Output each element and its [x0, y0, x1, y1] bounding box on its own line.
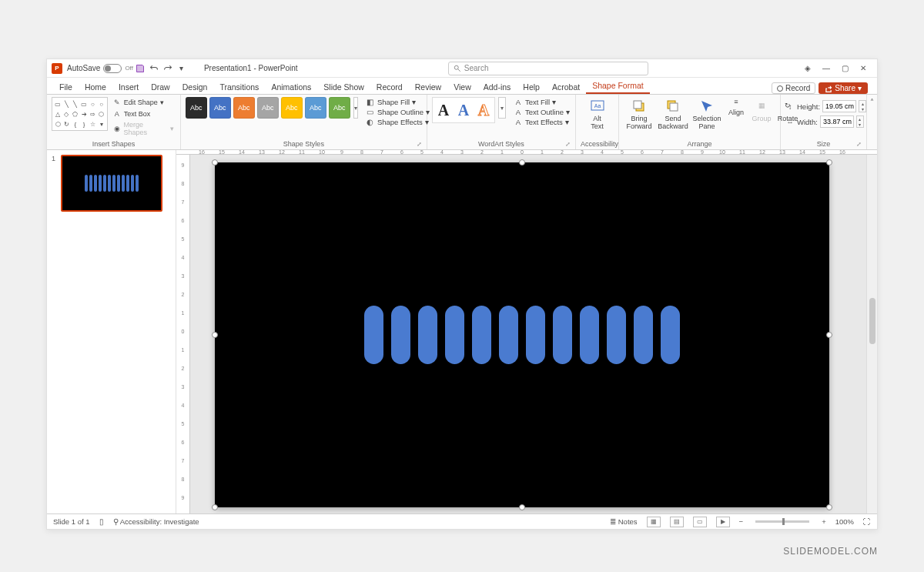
text-effects-button[interactable]: AText Effects ▾: [514, 117, 570, 126]
shape-effects-button[interactable]: ◐Shape Effects ▾: [366, 117, 430, 126]
selection-handle-ne[interactable]: [826, 159, 832, 166]
pill-shape[interactable]: [391, 306, 410, 364]
collapse-ribbon-button[interactable]: ˄: [870, 98, 874, 106]
pill-shape[interactable]: [526, 306, 545, 364]
redo-icon[interactable]: [162, 63, 173, 74]
width-spinner[interactable]: ▴▾: [856, 115, 864, 128]
text-outline-button[interactable]: AText Outline ▾: [514, 107, 570, 116]
text-box-button[interactable]: AText Box: [111, 109, 176, 119]
slide-thumbnails-panel[interactable]: 1: [47, 150, 176, 513]
tab-home[interactable]: Home: [79, 80, 112, 94]
height-spinner[interactable]: ▴▾: [859, 100, 866, 112]
maximize-button[interactable]: ▢: [835, 61, 854, 76]
width-input[interactable]: [820, 115, 854, 128]
autosave-toggle[interactable]: [103, 64, 122, 73]
tab-draw[interactable]: Draw: [145, 80, 176, 94]
pill-shape[interactable]: [607, 306, 626, 364]
account-icon[interactable]: ◈: [798, 61, 817, 76]
share-button[interactable]: Share▾: [819, 82, 868, 94]
shape-style-swatch[interactable]: Abc: [186, 97, 207, 119]
tab-help[interactable]: Help: [517, 80, 546, 94]
pill-shape[interactable]: [553, 306, 572, 364]
selection-handle-nw[interactable]: [212, 159, 218, 166]
zoom-in-button[interactable]: +: [822, 517, 826, 526]
pill-shape[interactable]: [499, 306, 518, 364]
send-backward-button[interactable]: Send Backward: [658, 97, 688, 132]
tab-addins[interactable]: Add-ins: [477, 80, 517, 94]
pill-shape[interactable]: [364, 306, 383, 364]
shape-styles-launcher[interactable]: ⤢: [417, 141, 422, 148]
pill-shape[interactable]: [418, 306, 437, 364]
pill-shape[interactable]: [634, 306, 653, 364]
tab-acrobat[interactable]: Acrobat: [546, 80, 586, 94]
tab-record[interactable]: Record: [370, 80, 409, 94]
vertical-ruler[interactable]: 9876543210123456789: [176, 155, 190, 513]
selection-handle-s[interactable]: [519, 504, 525, 510]
tab-insert[interactable]: Insert: [112, 80, 145, 94]
shape-fill-button[interactable]: ◧Shape Fill ▾: [366, 97, 430, 106]
language-icon[interactable]: ▯: [99, 517, 104, 526]
save-icon[interactable]: [135, 63, 146, 74]
merge-shapes-button[interactable]: ◉Merge Shapes ▾: [111, 120, 176, 137]
tab-file[interactable]: File: [53, 80, 79, 94]
shape-style-swatch[interactable]: Abc: [305, 97, 326, 119]
wordart-gallery[interactable]: A A A: [432, 97, 495, 123]
qat-more-icon[interactable]: ▾: [176, 63, 187, 74]
selection-handle-w[interactable]: [212, 332, 218, 338]
wordart-gallery-more[interactable]: ▾: [498, 97, 506, 119]
close-button[interactable]: ✕: [854, 61, 872, 76]
tab-shape-format[interactable]: Shape Format: [586, 79, 650, 94]
text-fill-button[interactable]: AText Fill ▾: [514, 97, 570, 106]
tab-transitions[interactable]: Transitions: [213, 80, 265, 94]
tab-view[interactable]: View: [447, 80, 477, 94]
edit-shape-button[interactable]: ✎Edit Shape ▾: [111, 97, 176, 108]
slide-thumbnail-1[interactable]: [61, 155, 162, 212]
sorter-view-button[interactable]: ▤: [670, 517, 684, 527]
selection-handle-e[interactable]: [826, 332, 832, 338]
vertical-scrollbar[interactable]: [866, 155, 877, 513]
tab-animations[interactable]: Animations: [265, 80, 317, 94]
notes-button[interactable]: ≣ Notes: [610, 517, 637, 526]
alt-text-button[interactable]: Aa Alt Text: [582, 97, 613, 132]
zoom-level[interactable]: 100%: [835, 517, 854, 526]
pill-shape[interactable]: [445, 306, 464, 364]
rounded-rectangle-shapes[interactable]: [364, 306, 680, 364]
zoom-slider[interactable]: [755, 520, 809, 523]
tab-slideshow[interactable]: Slide Show: [317, 80, 370, 94]
pill-shape[interactable]: [580, 306, 599, 364]
slide-canvas-area[interactable]: [190, 155, 866, 513]
accessibility-status[interactable]: ⚲ Accessibility: Investigate: [113, 517, 199, 526]
height-input[interactable]: [822, 100, 856, 112]
normal-view-button[interactable]: ▦: [647, 517, 661, 527]
search-input[interactable]: Search: [448, 62, 648, 75]
pill-shape[interactable]: [661, 306, 680, 364]
scrollbar-thumb[interactable]: [869, 298, 875, 344]
selection-pane-button[interactable]: Selection Pane: [691, 97, 722, 132]
minimize-button[interactable]: —: [817, 61, 835, 76]
shape-style-swatch[interactable]: Abc: [257, 97, 279, 119]
shapes-gallery[interactable]: ▭╲╲▭○○ △◇⬠➔⇨⬡ ⬡↻{}☆▾: [52, 97, 108, 131]
undo-icon[interactable]: [149, 63, 159, 74]
group-button[interactable]: ▦Group: [750, 97, 773, 125]
tab-design[interactable]: Design: [176, 80, 214, 94]
shape-outline-button[interactable]: ▭Shape Outline ▾: [366, 107, 430, 116]
pill-shape[interactable]: [472, 306, 491, 364]
slide[interactable]: [215, 162, 829, 507]
slideshow-view-button[interactable]: ▶: [716, 517, 730, 527]
size-launcher[interactable]: ⤢: [856, 141, 862, 148]
selection-handle-n[interactable]: [519, 159, 525, 166]
style-gallery-more[interactable]: ▾: [353, 97, 358, 119]
record-button[interactable]: Record: [772, 82, 815, 94]
shape-style-swatch[interactable]: Abc: [281, 97, 303, 119]
shape-style-swatch[interactable]: Abc: [233, 97, 255, 119]
fit-to-window-button[interactable]: ⛶: [863, 517, 871, 526]
tab-review[interactable]: Review: [409, 80, 447, 94]
selection-handle-se[interactable]: [826, 504, 832, 510]
reading-view-button[interactable]: ▭: [693, 517, 707, 527]
shape-style-swatch[interactable]: Abc: [209, 97, 231, 119]
zoom-out-button[interactable]: −: [739, 517, 744, 526]
selection-handle-sw[interactable]: [212, 504, 218, 510]
shape-style-gallery[interactable]: AbcAbcAbcAbcAbcAbcAbc: [186, 97, 350, 119]
shape-style-swatch[interactable]: Abc: [329, 97, 350, 119]
bring-forward-button[interactable]: Bring Forward: [624, 97, 654, 132]
